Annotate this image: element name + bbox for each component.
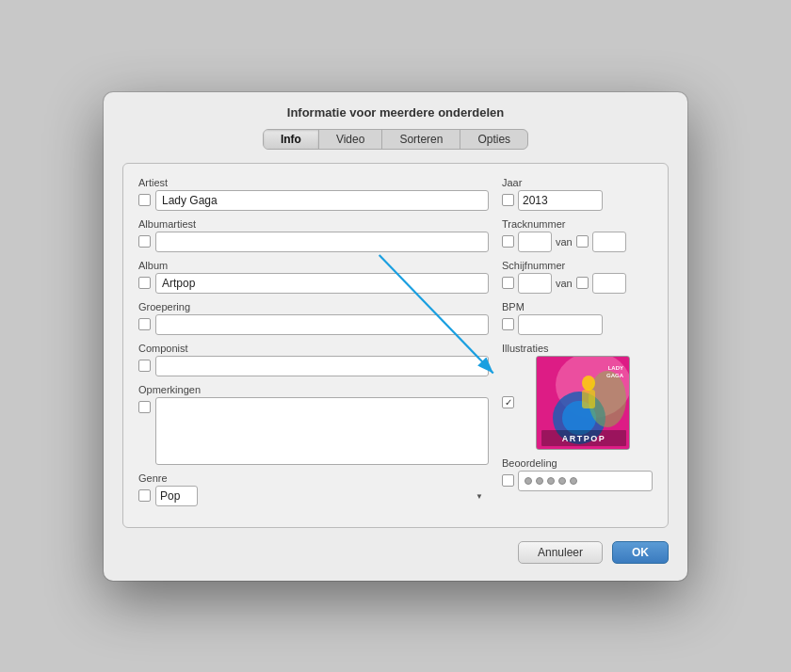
button-row: Annuleer OK: [122, 541, 669, 564]
schijfnummer-van-label: van: [556, 278, 573, 289]
tracknummer-group: Tracknummer van: [502, 218, 653, 252]
schijfnummer-input[interactable]: [518, 273, 552, 294]
groepering-row: [138, 314, 489, 335]
albumartiest-label: Albumartiest: [138, 218, 489, 230]
artiest-label: Artiest: [138, 177, 489, 188]
album-group: Album: [138, 260, 489, 294]
rating-dot-5[interactable]: [570, 477, 577, 485]
opmerkingen-input[interactable]: [155, 397, 489, 465]
componist-checkbox[interactable]: [138, 360, 151, 372]
groepering-group: Groepering: [138, 301, 489, 335]
genre-label: Genre: [138, 472, 489, 484]
form-right: Jaar Tracknummer van: [502, 177, 653, 514]
form-left: Artiest Albumartiest Album: [138, 177, 489, 514]
bpm-label: BPM: [502, 301, 653, 312]
genre-group: Genre Pop Rock Jazz Dance: [138, 472, 489, 506]
opmerkingen-row: [138, 397, 489, 465]
illustration-row: ARTPOP LADY GAGA: [502, 356, 653, 450]
svg-text:GAGA: GAGA: [606, 373, 624, 378]
svg-text:ARTPOP: ARTPOP: [562, 434, 606, 443]
albumartiest-row: [138, 232, 489, 252]
genre-select-wrapper: Pop Rock Jazz Dance: [155, 486, 489, 506]
tracknummer-van-input[interactable]: [592, 232, 626, 252]
componist-input[interactable]: [155, 356, 489, 376]
tab-video[interactable]: Video: [319, 130, 382, 149]
svg-point-10: [582, 376, 595, 391]
bpm-checkbox[interactable]: [502, 318, 514, 330]
bpm-group: BPM: [502, 301, 653, 335]
jaar-group: Jaar: [502, 177, 653, 211]
artiest-group: Artiest: [138, 177, 489, 211]
cancel-button[interactable]: Annuleer: [518, 541, 603, 564]
rating-dot-4[interactable]: [558, 477, 566, 485]
form-layout: Artiest Albumartiest Album: [138, 177, 653, 514]
svg-rect-11: [582, 390, 595, 408]
genre-row: Pop Rock Jazz Dance: [138, 486, 489, 506]
opmerkingen-label: Opmerkingen: [138, 384, 489, 395]
opmerkingen-checkbox[interactable]: [138, 401, 151, 413]
rating-dots[interactable]: [525, 477, 577, 485]
jaar-input[interactable]: [518, 190, 603, 211]
groepering-input[interactable]: [155, 314, 489, 335]
artiest-row: [138, 190, 489, 211]
groepering-checkbox[interactable]: [138, 318, 151, 330]
content-area: Artiest Albumartiest Album: [122, 163, 669, 528]
tab-bar-inner: Info Video Sorteren Opties: [263, 129, 528, 150]
opmerkingen-group: Opmerkingen: [138, 384, 489, 465]
genre-checkbox[interactable]: [138, 489, 151, 502]
schijfnummer-row: van: [502, 273, 653, 294]
tab-sorteren[interactable]: Sorteren: [382, 130, 460, 149]
schijfnummer-checkbox[interactable]: [502, 277, 514, 289]
album-checkbox[interactable]: [138, 277, 151, 289]
tracknummer-row: van: [502, 232, 653, 252]
schijfnummer-label: Schijfnummer: [502, 260, 653, 271]
illustraties-checkbox[interactable]: [502, 396, 514, 408]
album-label: Album: [138, 260, 489, 271]
jaar-row: [502, 190, 653, 211]
tracknummer-label: Tracknummer: [502, 218, 653, 230]
tab-info[interactable]: Info: [264, 130, 319, 149]
rating-dot-2[interactable]: [536, 477, 543, 485]
genre-select[interactable]: Pop Rock Jazz Dance: [155, 486, 198, 506]
bpm-input[interactable]: [518, 314, 603, 335]
schijfnummer-van-input[interactable]: [592, 273, 626, 294]
beoordeling-row: [502, 471, 653, 491]
albumartiest-checkbox[interactable]: [138, 235, 151, 248]
beoordeling-field: [518, 471, 653, 491]
album-input[interactable]: [155, 273, 489, 294]
ok-button[interactable]: OK: [612, 541, 669, 564]
beoordeling-label: Beoordeling: [502, 457, 653, 469]
groepering-label: Groepering: [138, 301, 489, 312]
rating-dot-3[interactable]: [547, 477, 555, 485]
tracknummer-van-label: van: [556, 236, 573, 248]
componist-row: [138, 356, 489, 376]
artiest-input[interactable]: [155, 190, 489, 211]
albumartiest-input[interactable]: [155, 232, 489, 252]
beoordeling-group: Beoordeling: [502, 457, 653, 491]
illustration-thumbnail[interactable]: ARTPOP LADY GAGA: [536, 356, 630, 450]
albumartiest-group: Albumartiest: [138, 218, 489, 252]
componist-group: Componist: [138, 343, 489, 376]
schijfnummer-group: Schijfnummer van: [502, 260, 653, 294]
jaar-label: Jaar: [502, 177, 653, 188]
schijfnummer-van-checkbox[interactable]: [576, 277, 589, 289]
tracknummer-checkbox[interactable]: [502, 235, 514, 248]
tab-opties[interactable]: Opties: [460, 130, 527, 149]
beoordeling-checkbox[interactable]: [502, 474, 514, 487]
rating-dot-1[interactable]: [525, 477, 532, 485]
album-row: [138, 273, 489, 294]
bpm-row: [502, 314, 653, 335]
dialog: Informatie voor meerdere onderdelen Info…: [104, 92, 687, 581]
illustraties-label: Illustraties: [502, 343, 653, 354]
tab-bar: Info Video Sorteren Opties: [122, 129, 669, 150]
dialog-title: Informatie voor meerdere onderdelen: [122, 105, 669, 120]
svg-text:LADY: LADY: [608, 365, 623, 371]
album-art-svg: ARTPOP LADY GAGA: [537, 357, 630, 450]
artiest-checkbox[interactable]: [138, 194, 151, 206]
illustraties-group: Illustraties: [502, 343, 653, 450]
jaar-checkbox[interactable]: [502, 194, 514, 206]
tracknummer-input[interactable]: [518, 232, 552, 252]
tracknummer-van-checkbox[interactable]: [576, 235, 589, 248]
componist-label: Componist: [138, 343, 489, 354]
